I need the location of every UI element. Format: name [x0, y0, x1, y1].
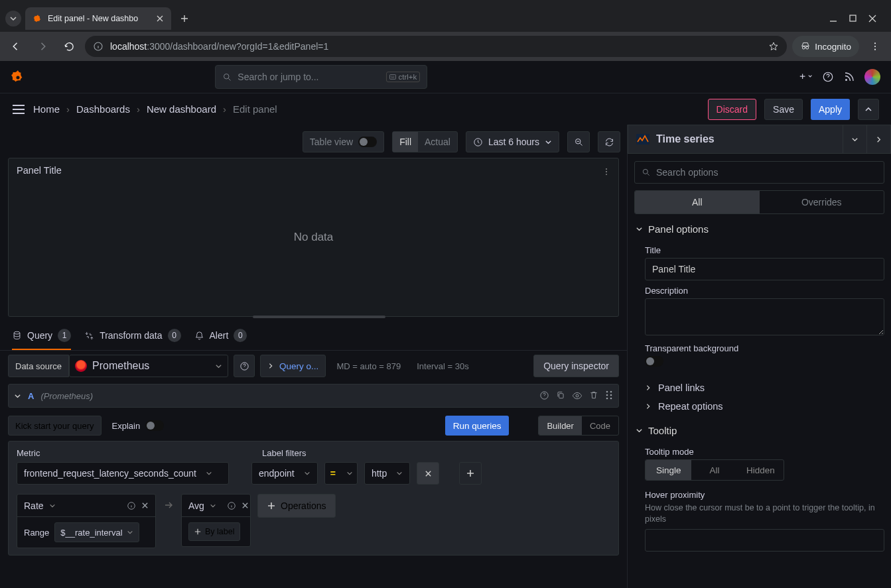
- browser-menu-button[interactable]: [864, 36, 886, 57]
- repeat-options-row[interactable]: Repeat options: [645, 397, 884, 416]
- global-search[interactable]: Search or jump to... ctrl+k: [215, 65, 427, 89]
- query-collapse[interactable]: [14, 392, 21, 400]
- range-select[interactable]: $__rate_interval: [54, 522, 139, 542]
- search-placeholder: Search or jump to...: [238, 72, 318, 82]
- collapse-sidebar[interactable]: [866, 125, 890, 154]
- bookmark-button[interactable]: [768, 41, 779, 52]
- table-view-toggle[interactable]: [358, 137, 377, 147]
- back-button[interactable]: [5, 36, 27, 57]
- zoom-out-button[interactable]: [567, 131, 590, 152]
- mode-builder[interactable]: Builder: [539, 416, 581, 435]
- maximize-icon: [849, 15, 857, 22]
- query-help[interactable]: [539, 390, 549, 401]
- news-button[interactable]: [843, 71, 855, 83]
- labelfilters-section-label: Label filters: [262, 448, 306, 458]
- bell-icon: [194, 331, 204, 341]
- apply-button[interactable]: Apply: [811, 99, 850, 120]
- tt-hidden[interactable]: Hidden: [738, 460, 784, 480]
- tab-search-button[interactable]: [5, 11, 21, 27]
- hover-prox-input[interactable]: [645, 529, 884, 552]
- fill-actual-segment[interactable]: Fill Actual: [392, 131, 458, 152]
- info-icon: [127, 501, 136, 510]
- kickstart-button[interactable]: Kick start your query: [8, 416, 102, 436]
- duplicate-query[interactable]: [556, 390, 565, 401]
- visualization-picker[interactable]: Time series: [628, 125, 891, 154]
- url-host: localhost: [110, 41, 147, 52]
- transparent-toggle[interactable]: [645, 356, 663, 367]
- toggle-visibility[interactable]: [572, 390, 583, 401]
- crumb-dashboards[interactable]: Dashboards: [76, 103, 130, 115]
- collapse-right-button[interactable]: [858, 99, 879, 120]
- op-remove[interactable]: [241, 502, 249, 509]
- crumb-home[interactable]: Home: [33, 103, 60, 115]
- forward-button[interactable]: [32, 36, 53, 57]
- address-bar[interactable]: localhost:3000/dashboard/new?orgId=1&edi…: [85, 36, 787, 57]
- minimize-button[interactable]: [829, 15, 837, 23]
- label-op-select[interactable]: =: [324, 462, 358, 485]
- right-pane: Time series Search options All Overrides…: [627, 125, 891, 588]
- query-name[interactable]: A: [28, 391, 34, 401]
- metric-select[interactable]: frontend_request_latency_seconds_count: [17, 462, 229, 485]
- actual-option[interactable]: Actual: [418, 132, 457, 152]
- fill-option[interactable]: Fill: [393, 132, 418, 152]
- description-input[interactable]: [645, 298, 884, 335]
- tab-query[interactable]: Query 1: [12, 329, 71, 350]
- new-tab-button[interactable]: [175, 9, 194, 28]
- run-queries-button[interactable]: Run queries: [445, 416, 510, 436]
- browser-tab[interactable]: Edit panel - New dashbo: [25, 7, 171, 30]
- add-menu-button[interactable]: [799, 72, 813, 82]
- editor-mode[interactable]: Builder Code: [538, 416, 619, 436]
- add-operations-button[interactable]: Operations: [257, 494, 336, 518]
- hover-prox-desc: How close the cursor must be to a point …: [645, 502, 884, 525]
- datasource-picker[interactable]: Prometheus: [69, 355, 228, 377]
- tab-all[interactable]: All: [635, 191, 760, 213]
- op-info[interactable]: [127, 501, 136, 510]
- remove-label-filter[interactable]: [417, 462, 439, 485]
- time-range-picker[interactable]: Last 6 hours: [466, 131, 559, 152]
- menu-toggle[interactable]: [12, 105, 25, 114]
- tooltip-header[interactable]: Tooltip: [634, 416, 884, 441]
- user-avatar[interactable]: [864, 69, 880, 85]
- zoom-out-icon: [574, 137, 584, 147]
- panel-links-row[interactable]: Panel links: [645, 379, 884, 397]
- svg-point-13: [606, 171, 607, 172]
- drag-handle[interactable]: [605, 390, 613, 401]
- query-options-toggle[interactable]: Query o...: [260, 355, 326, 377]
- crumb-newdash[interactable]: New dashboard: [147, 103, 216, 115]
- op-remove[interactable]: [141, 502, 149, 509]
- grafana-logo-icon[interactable]: [11, 70, 25, 84]
- tt-all[interactable]: All: [691, 460, 737, 480]
- refresh-button[interactable]: [598, 131, 620, 152]
- by-label-button[interactable]: By label: [188, 522, 240, 541]
- tab-overrides[interactable]: Overrides: [760, 191, 884, 213]
- query-inspector-button[interactable]: Query inspector: [533, 355, 619, 377]
- explain-toggle[interactable]: [145, 420, 164, 431]
- mode-code[interactable]: Code: [582, 416, 618, 435]
- panel-title: Panel Title: [17, 165, 62, 176]
- tab-alert[interactable]: Alert 0: [194, 329, 247, 350]
- panel-options-header[interactable]: Panel options: [634, 214, 884, 240]
- close-tab-button[interactable]: [157, 15, 163, 22]
- options-tabs[interactable]: All Overrides: [634, 190, 884, 214]
- help-button[interactable]: [822, 71, 834, 83]
- tt-single[interactable]: Single: [646, 460, 691, 480]
- viz-dropdown[interactable]: [843, 125, 866, 154]
- datasource-help[interactable]: [234, 355, 255, 377]
- reload-button[interactable]: [58, 36, 80, 57]
- label-value-select[interactable]: http: [364, 462, 410, 485]
- incognito-badge[interactable]: Incognito: [792, 36, 859, 57]
- save-button[interactable]: Save: [764, 99, 803, 120]
- delete-query[interactable]: [589, 390, 598, 401]
- panel-menu-button[interactable]: [597, 162, 616, 181]
- options-search[interactable]: Search options: [634, 161, 884, 184]
- tab-transform[interactable]: Transform data 0: [84, 329, 180, 350]
- op-info[interactable]: [227, 501, 236, 510]
- add-label-filter[interactable]: [459, 462, 482, 485]
- tooltip-mode-segment[interactable]: Single All Hidden: [645, 459, 784, 481]
- title-input[interactable]: [645, 258, 884, 280]
- close-window-button[interactable]: [868, 15, 876, 23]
- label-key-select[interactable]: endpoint: [251, 462, 318, 485]
- panel-resize-handle[interactable]: [253, 316, 385, 318]
- discard-button[interactable]: Discard: [708, 99, 756, 120]
- maximize-button[interactable]: [849, 15, 857, 23]
